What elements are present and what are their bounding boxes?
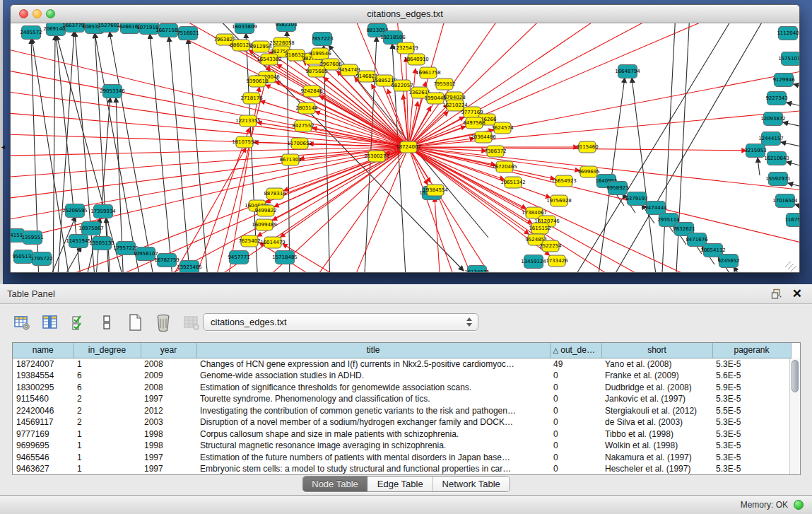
table-cell[interactable]: 5.3E-5 [712, 358, 791, 370]
table-cell[interactable]: 0 [550, 370, 601, 382]
table-cell[interactable]: 5.3E-5 [712, 463, 791, 475]
table-cell[interactable]: Corpus callosum shape and size in male p… [196, 428, 550, 440]
table-cell[interactable]: Tourette syndrome. Phenomenology and cla… [196, 393, 550, 405]
table-cell[interactable]: 1997 [141, 463, 196, 475]
tab-edge-table[interactable]: Edge Table [368, 477, 433, 491]
column-header-pagerank[interactable]: pagerank [712, 343, 791, 358]
select-all-button[interactable] [68, 312, 89, 333]
table-row[interactable]: 977716911998Corpus callosum shape and si… [13, 428, 791, 440]
table-cell[interactable]: 2003 [141, 416, 196, 428]
table-cell[interactable]: 5.6E-5 [712, 370, 791, 382]
table-cell[interactable]: 2 [73, 405, 141, 417]
tab-network-table[interactable]: Network Table [433, 477, 510, 491]
gutter-collapse-icon[interactable]: ◄ [0, 144, 6, 151]
table-cell[interactable]: 5.3E-5 [712, 416, 791, 428]
table-row[interactable]: 1872400712008Changes of HCN gene express… [13, 358, 791, 370]
table-cell[interactable]: 1998 [141, 428, 196, 440]
table-cell[interactable]: Franke et al. (2009) [601, 370, 712, 382]
table-cell[interactable]: 0 [550, 416, 601, 428]
table-cell[interactable]: Embryonic stem cells: a model to study s… [196, 463, 550, 475]
table-cell[interactable]: Disruption of a novel member of a sodium… [196, 416, 550, 428]
table-cell[interactable]: Jankovic et al. (1997) [601, 393, 712, 405]
table-cell[interactable]: 1997 [141, 393, 196, 405]
table-cell[interactable]: 19384554 [13, 370, 73, 382]
table-cell[interactable]: 18724007 [13, 358, 73, 370]
show-columns-button[interactable] [40, 312, 61, 333]
table-cell[interactable]: 1 [73, 452, 141, 464]
table-cell[interactable]: 2008 [141, 382, 196, 394]
table-row[interactable]: 1456911722003Disruption of a novel membe… [13, 416, 791, 428]
table-cell[interactable]: 5.9E-5 [712, 382, 791, 394]
table-cell[interactable]: 0 [550, 452, 601, 464]
table-cell[interactable]: 1998 [141, 440, 196, 452]
table-cell[interactable]: Genome-wide association studies in ADHD. [196, 370, 550, 382]
table-cell[interactable]: 5.3E-5 [712, 440, 791, 452]
table-cell[interactable]: 1 [73, 440, 141, 452]
table-cell[interactable]: 1 [73, 358, 141, 370]
table-row[interactable]: 969969511998Structural magnetic resonanc… [13, 440, 791, 452]
table-cell[interactable]: 9115460 [13, 393, 73, 405]
table-cell[interactable]: 1 [73, 428, 141, 440]
window-titlebar[interactable]: citations_edges.txt [11, 5, 799, 23]
unselect-all-button[interactable] [96, 312, 117, 333]
table-cell[interactable]: 2012 [141, 405, 196, 417]
table-cell[interactable]: 5.3E-5 [712, 452, 791, 464]
table-row[interactable]: 1938455462009Genome-wide association stu… [13, 370, 791, 382]
table-cell[interactable]: 5.3E-5 [712, 428, 791, 440]
table-cell[interactable]: Estimation of the future numbers of pati… [196, 452, 550, 464]
table-cell[interactable]: 2 [73, 393, 141, 405]
float-window-icon[interactable] [771, 288, 782, 300]
table-cell[interactable]: 0 [550, 463, 601, 475]
table-cell[interactable]: 9463627 [13, 463, 73, 475]
table-header-row[interactable]: namein_degreeyeartitle△out_de…shortpager… [13, 343, 791, 358]
table-cell[interactable]: Stergiakouli et al. (2012) [601, 405, 712, 417]
delete-table-button[interactable] [181, 312, 202, 333]
window-zoom-button[interactable] [46, 9, 55, 18]
column-header-title[interactable]: title [196, 343, 550, 358]
table-cell[interactable]: Investigating the contribution of common… [196, 405, 550, 417]
table-cell[interactable]: Tibbo et al. (1998) [601, 428, 712, 440]
table-cell[interactable]: 2008 [141, 358, 196, 370]
table-mode-button[interactable] [11, 312, 33, 333]
resize-grip[interactable] [785, 262, 796, 271]
table-cell[interactable]: de Silva et al. (2003) [601, 416, 712, 428]
table-row[interactable]: 1830029562008Estimation of significance … [13, 382, 791, 394]
table-row[interactable]: 946554611997Estimation of the future num… [13, 452, 791, 464]
table-row[interactable]: 911546021997Tourette syndrome. Phenomeno… [13, 393, 791, 405]
table-cell[interactable]: 5.5E-5 [712, 405, 791, 417]
column-header-name[interactable]: name [13, 343, 73, 358]
tab-node-table[interactable]: Node Table [302, 477, 368, 491]
new-column-button[interactable] [124, 312, 146, 333]
table-cell[interactable]: 1 [73, 463, 141, 475]
column-header-year[interactable]: year [141, 343, 196, 358]
table-scrollbar[interactable] [789, 358, 800, 474]
table-cell[interactable]: 22420046 [13, 405, 73, 417]
table-cell[interactable]: Structural magnetic resonance image aver… [196, 440, 550, 452]
table-cell[interactable]: Estimation of significance thresholds fo… [196, 382, 550, 394]
column-header-out_de[interactable]: △out_de… [550, 343, 601, 358]
table-cell[interactable]: Changes of HCN gene expression and I(f) … [196, 358, 550, 370]
table-cell[interactable]: 1997 [141, 452, 196, 464]
table-cell[interactable]: Nakamura et al. (1997) [601, 452, 712, 464]
scrollbar-thumb[interactable] [792, 360, 799, 392]
table-row[interactable]: 2242004622012Investigating the contribut… [13, 405, 791, 417]
table-cell[interactable]: 49 [550, 358, 601, 370]
table-cell[interactable]: 9777169 [13, 428, 73, 440]
table-cell[interactable]: 9699695 [13, 440, 73, 452]
table-cell[interactable]: 6 [73, 370, 141, 382]
table-cell[interactable]: Dudbridge et al. (2008) [601, 382, 712, 394]
table-cell[interactable]: Hescheler et al. (1997) [601, 463, 712, 475]
table-cell[interactable]: Yano et al. (2008) [601, 358, 712, 370]
table-cell[interactable]: 2009 [141, 370, 196, 382]
table-cell[interactable]: 0 [550, 382, 601, 394]
table-cell[interactable]: 5.3E-5 [712, 393, 791, 405]
table-cell[interactable]: Wolkin et al. (1998) [601, 440, 712, 452]
table-cell[interactable]: 0 [550, 440, 601, 452]
column-header-short[interactable]: short [601, 343, 712, 358]
table-cell[interactable]: 18300295 [13, 382, 73, 394]
close-panel-icon[interactable]: ✕ [792, 285, 802, 303]
network-graph-canvas[interactable]: 2405572206914061663770210853257152760264… [11, 23, 799, 272]
table-cell[interactable]: 0 [550, 428, 601, 440]
table-cell[interactable]: 6 [73, 382, 141, 394]
table-cell[interactable]: 2 [73, 416, 141, 428]
